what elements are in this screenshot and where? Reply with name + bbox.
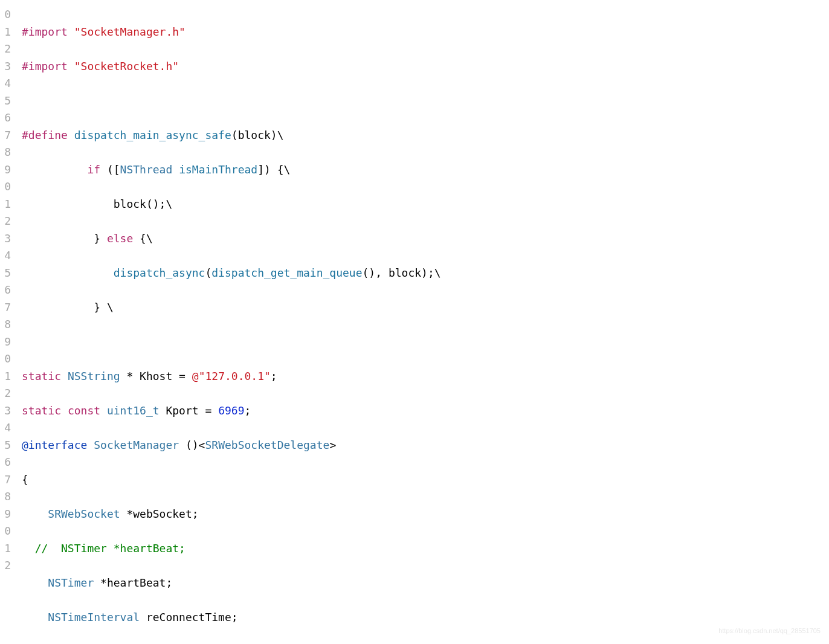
code-line: #import "SocketRocket.h" bbox=[22, 58, 829, 76]
code-line: } else {\ bbox=[22, 230, 829, 248]
code-line: SRWebSocket *webSocket; bbox=[22, 506, 829, 523]
line-number: 9 bbox=[0, 161, 11, 179]
code-block: 0 1 2 3 4 5 6 7 8 9 0 1 2 3 4 5 6 7 8 9 … bbox=[0, 0, 829, 644]
line-number-gutter: 0 1 2 3 4 5 6 7 8 9 0 1 2 3 4 5 6 7 8 9 … bbox=[0, 6, 22, 644]
line-number: 5 bbox=[0, 437, 11, 454]
line-number: 8 bbox=[0, 316, 11, 333]
line-number: 1 bbox=[0, 196, 11, 213]
line-number: 6 bbox=[0, 454, 11, 471]
line-number: 0 bbox=[0, 523, 11, 540]
line-number: 8 bbox=[0, 144, 11, 161]
code-content: #import "SocketManager.h" #import "Socke… bbox=[22, 6, 829, 644]
line-number: 2 bbox=[0, 557, 11, 575]
line-number: 3 bbox=[0, 58, 11, 76]
code-line: @interface SocketManager ()<SRWebSocketD… bbox=[22, 437, 829, 454]
code-line bbox=[22, 333, 829, 351]
line-number: 3 bbox=[0, 402, 11, 420]
line-number: 4 bbox=[0, 75, 11, 92]
code-line bbox=[22, 92, 829, 110]
line-number: 7 bbox=[0, 471, 11, 489]
line-number: 1 bbox=[0, 540, 11, 558]
line-number: 6 bbox=[0, 282, 11, 299]
code-line: #import "SocketManager.h" bbox=[22, 24, 829, 41]
code-line: if ([NSThread isMainThread]) {\ bbox=[22, 161, 829, 179]
code-line: block();\ bbox=[22, 196, 829, 213]
code-line: { bbox=[22, 471, 829, 489]
line-number: 5 bbox=[0, 92, 11, 110]
code-line: NSTimeInterval reConnectTime; bbox=[22, 609, 829, 626]
code-line: static NSString * Khost = @"127.0.0.1"; bbox=[22, 368, 829, 385]
line-number: 7 bbox=[0, 299, 11, 317]
line-number: 0 bbox=[0, 6, 11, 24]
line-number: 4 bbox=[0, 419, 11, 437]
code-line: #define dispatch_main_async_safe(block)\ bbox=[22, 127, 829, 144]
line-number: 5 bbox=[0, 265, 11, 282]
line-number: 2 bbox=[0, 40, 11, 58]
line-number: 1 bbox=[0, 24, 11, 41]
code-line: dispatch_async(dispatch_get_main_queue()… bbox=[22, 265, 829, 282]
line-number: 0 bbox=[0, 350, 11, 368]
line-number: 1 bbox=[0, 368, 11, 385]
code-line: } \ bbox=[22, 299, 829, 317]
line-number: 9 bbox=[0, 333, 11, 351]
line-number: 2 bbox=[0, 213, 11, 230]
line-number: 3 bbox=[0, 230, 11, 248]
line-number: 4 bbox=[0, 247, 11, 265]
line-number: 9 bbox=[0, 506, 11, 523]
line-number: 6 bbox=[0, 109, 11, 127]
line-number: 7 bbox=[0, 127, 11, 144]
code-line: static const uint16_t Kport = 6969; bbox=[22, 402, 829, 420]
watermark-text: https://blog.csdn.net/qq_28551705 bbox=[718, 622, 821, 640]
line-number: 2 bbox=[0, 385, 11, 402]
line-number: 0 bbox=[0, 178, 11, 196]
code-line: NSTimer *heartBeat; bbox=[22, 575, 829, 592]
line-number: 8 bbox=[0, 488, 11, 506]
code-line: // NSTimer *heartBeat; bbox=[22, 540, 829, 558]
